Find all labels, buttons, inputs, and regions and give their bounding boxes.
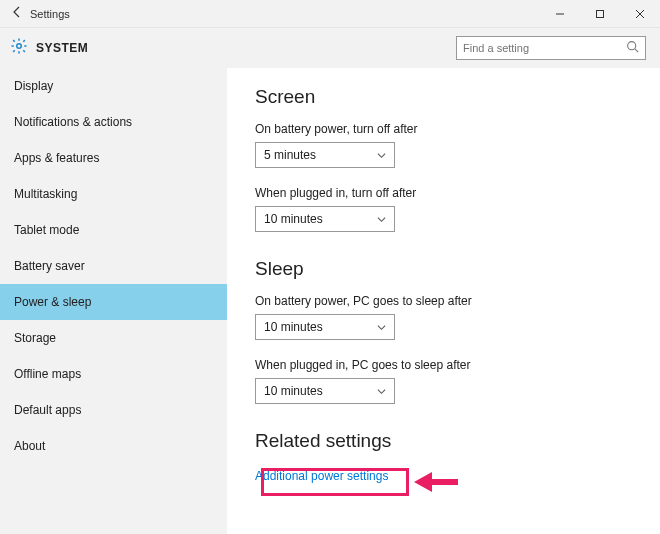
search-icon (626, 39, 639, 57)
sidebar: Display Notifications & actions Apps & f… (0, 68, 227, 534)
svg-point-3 (628, 42, 636, 50)
screen-battery-value: 5 minutes (264, 148, 316, 162)
close-button[interactable] (620, 0, 660, 28)
back-button[interactable] (10, 5, 24, 23)
sleep-plugged-value: 10 minutes (264, 384, 323, 398)
chevron-down-icon (377, 215, 386, 224)
titlebar-left: Settings (0, 5, 70, 23)
sleep-plugged-dropdown[interactable]: 10 minutes (255, 378, 395, 404)
screen-plugged-label: When plugged in, turn off after (255, 186, 632, 200)
titlebar: Settings (0, 0, 660, 28)
sleep-battery-value: 10 minutes (264, 320, 323, 334)
search-input[interactable] (463, 42, 626, 54)
chevron-down-icon (377, 323, 386, 332)
sleep-plugged-label: When plugged in, PC goes to sleep after (255, 358, 632, 372)
screen-heading: Screen (255, 86, 632, 108)
header: SYSTEM (0, 28, 660, 68)
sleep-heading: Sleep (255, 258, 632, 280)
page-title: SYSTEM (36, 41, 88, 55)
sidebar-item-battery[interactable]: Battery saver (0, 248, 227, 284)
svg-rect-1 (597, 10, 604, 17)
sidebar-item-display[interactable]: Display (0, 68, 227, 104)
screen-battery-dropdown[interactable]: 5 minutes (255, 142, 395, 168)
screen-plugged-dropdown[interactable]: 10 minutes (255, 206, 395, 232)
sleep-battery-dropdown[interactable]: 10 minutes (255, 314, 395, 340)
sidebar-item-power-sleep[interactable]: Power & sleep (0, 284, 227, 320)
sidebar-item-storage[interactable]: Storage (0, 320, 227, 356)
minimize-button[interactable] (540, 0, 580, 28)
chevron-down-icon (377, 151, 386, 160)
screen-plugged-value: 10 minutes (264, 212, 323, 226)
sidebar-item-multitasking[interactable]: Multitasking (0, 176, 227, 212)
sleep-battery-label: On battery power, PC goes to sleep after (255, 294, 632, 308)
sidebar-item-notifications[interactable]: Notifications & actions (0, 104, 227, 140)
gear-icon (10, 37, 28, 59)
window-controls (540, 0, 660, 28)
additional-power-link[interactable]: Additional power settings (255, 469, 388, 483)
sidebar-item-tablet[interactable]: Tablet mode (0, 212, 227, 248)
content: Screen On battery power, turn off after … (227, 68, 660, 534)
screen-battery-label: On battery power, turn off after (255, 122, 632, 136)
sidebar-item-apps[interactable]: Apps & features (0, 140, 227, 176)
svg-point-2 (17, 44, 22, 49)
chevron-down-icon (377, 387, 386, 396)
sidebar-item-default-apps[interactable]: Default apps (0, 392, 227, 428)
svg-line-4 (635, 49, 638, 52)
window-title: Settings (30, 8, 70, 20)
maximize-button[interactable] (580, 0, 620, 28)
related-heading: Related settings (255, 430, 632, 452)
search-box[interactable] (456, 36, 646, 60)
header-left: SYSTEM (10, 37, 88, 59)
sidebar-item-offline-maps[interactable]: Offline maps (0, 356, 227, 392)
main: Display Notifications & actions Apps & f… (0, 68, 660, 534)
sidebar-item-about[interactable]: About (0, 428, 227, 464)
